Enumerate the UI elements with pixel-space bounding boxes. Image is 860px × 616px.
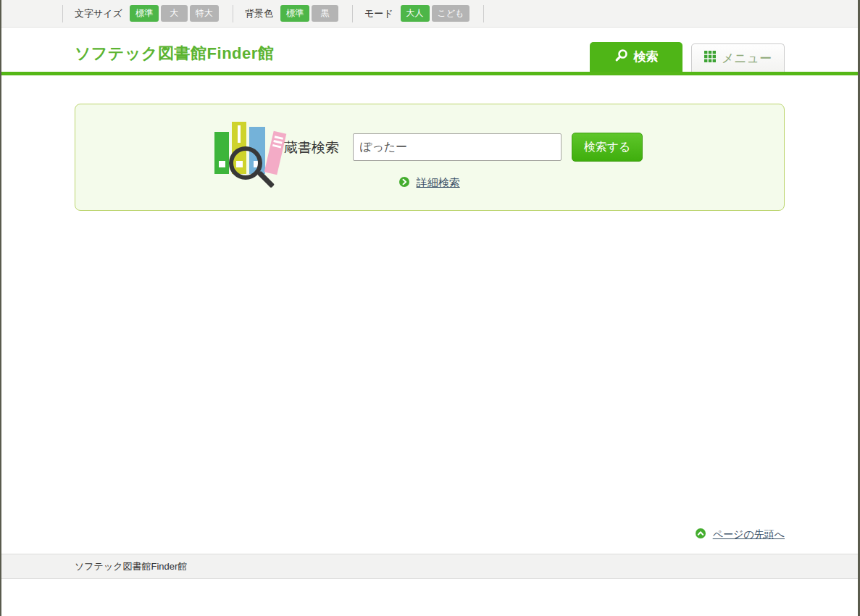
collection-search-label: 蔵書検索 [284, 138, 339, 157]
page-top-row: ページの先頭へ [696, 528, 785, 541]
mode-adult-button[interactable]: 大人 [401, 5, 430, 22]
mode-kids-button[interactable]: こども [432, 5, 470, 22]
font-size-xlarge-button[interactable]: 特大 [190, 5, 219, 22]
font-size-group: 文字サイズ 標準 大 特大 [62, 5, 233, 22]
collection-search-panel: 蔵書検索 検索する 詳細検索 [75, 104, 785, 211]
main-content: 蔵書検索 検索する 詳細検索 ページの先頭へ [1, 75, 858, 554]
tab-search-label: 検索 [634, 49, 659, 65]
magnifier-icon [614, 49, 628, 66]
accessibility-toolbar-inner: 文字サイズ 標準 大 特大 背景色 標準 黒 モード 大人 こども [62, 0, 797, 27]
header-tabs: 検索 メニュー [590, 42, 785, 72]
font-size-large-button[interactable]: 大 [161, 5, 188, 22]
site-title: ソフテック図書館Finder館 [75, 43, 274, 64]
background-color-group: 背景色 標準 黒 [233, 5, 353, 22]
font-size-standard-button[interactable]: 標準 [130, 5, 159, 22]
grid-icon [704, 51, 716, 66]
background-color-label: 背景色 [245, 7, 273, 20]
page-top-link[interactable]: ページの先頭へ [713, 528, 785, 540]
chevron-right-circle-icon [399, 177, 412, 189]
book-shape-green [214, 132, 229, 174]
mode-label: モード [364, 7, 393, 20]
mode-group: モード 大人 こども [353, 5, 484, 22]
background-black-button[interactable]: 黒 [312, 5, 338, 22]
footer: ソフテック図書館Finder館 [1, 554, 858, 579]
header-inner: ソフテック図書館Finder館 検索 メニュー [75, 28, 785, 72]
library-search-page: { "accessibility_bar": { "font_size": { … [0, 0, 860, 616]
book-shape-pink [264, 131, 287, 175]
advanced-search-row: 詳細検索 [75, 176, 784, 190]
main-inner: 蔵書検索 検索する 詳細検索 ページの先頭へ [75, 75, 785, 554]
background-standard-button[interactable]: 標準 [280, 5, 309, 22]
search-input[interactable] [353, 133, 561, 161]
tab-search[interactable]: 検索 [590, 42, 682, 72]
header: ソフテック図書館Finder館 検索 メニュー [1, 28, 858, 72]
tab-menu-label: メニュー [722, 50, 772, 67]
footer-site-name: ソフテック図書館Finder館 [75, 554, 785, 578]
chevron-up-circle-icon [696, 528, 709, 541]
advanced-search-link[interactable]: 詳細検索 [417, 176, 460, 188]
accessibility-toolbar: 文字サイズ 標準 大 特大 背景色 標準 黒 モード 大人 こども [1, 0, 858, 28]
font-size-label: 文字サイズ [75, 7, 122, 20]
tab-menu[interactable]: メニュー [691, 43, 785, 72]
search-submit-button[interactable]: 検索する [572, 133, 643, 162]
